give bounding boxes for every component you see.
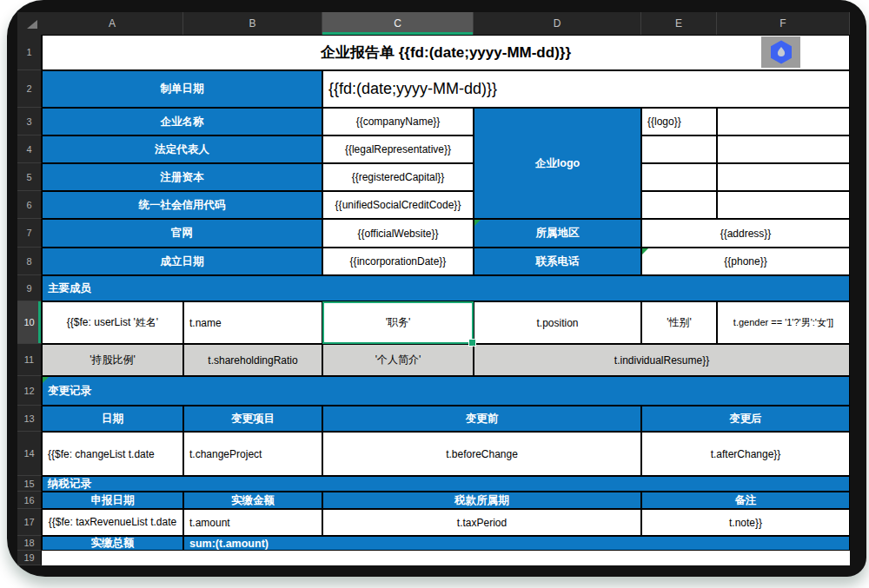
cell-tax-header-note[interactable]: 备注 <box>641 492 850 509</box>
cell-f3-empty[interactable] <box>717 108 850 135</box>
cell-members-ratio-label[interactable]: '持股比例' <box>42 344 183 376</box>
cell-legal-value[interactable]: {{legalRepresentative}} <box>322 135 474 163</box>
cell-tax-total-label[interactable]: 实缴总额 <box>42 536 183 551</box>
changes-title-text: 变更记录 <box>48 384 91 399</box>
cell-company-value[interactable]: {{companyName}} <box>322 108 474 135</box>
cell-members-name[interactable]: t.name <box>183 301 322 344</box>
cell-tax-header-date[interactable]: 申报日期 <box>42 492 183 509</box>
cell-tax-header-period[interactable]: 税款所属期 <box>322 492 641 509</box>
comment-indicator <box>474 220 481 226</box>
cell-founded-value[interactable]: {{incorporationDate}} <box>322 248 474 275</box>
column-header-e[interactable]: E <box>641 12 717 35</box>
cell-changes-after[interactable]: t.afterChange}} <box>641 432 850 476</box>
row-header-13[interactable]: 13 <box>17 406 42 432</box>
cell-members-fe[interactable]: {{$fe: userList '姓名' <box>42 301 183 344</box>
column-header-d[interactable]: D <box>474 12 641 35</box>
cell-title[interactable]: 企业报告单 {{fd:(date;yyyy-MM-dd)}} <box>42 35 850 70</box>
cell-tax-header-amount[interactable]: 实缴金额 <box>183 492 322 509</box>
cell-f5-empty[interactable] <box>717 163 850 191</box>
select-all-corner[interactable] <box>17 12 42 35</box>
cell-logo-label[interactable]: 企业logo <box>474 108 641 219</box>
cell-members-resume-label[interactable]: '个人简介' <box>322 344 474 376</box>
report-title: 企业报告单 {{fd:(date;yyyy-MM-dd)}} <box>321 43 571 63</box>
window-frame: A B C D E F 1 2 3 4 5 6 7 8 9 10 11 12 1… <box>7 0 866 577</box>
section-members[interactable]: 主要成员 <box>42 275 850 301</box>
row-header-9[interactable]: 9 <box>17 275 42 301</box>
cell-tax-period[interactable]: t.taxPeriod <box>322 509 641 536</box>
cell-changes-fe[interactable]: {{$fe: changeList t.date <box>42 432 183 476</box>
row-header-6[interactable]: 6 <box>17 191 42 219</box>
cell-logo-value[interactable]: {{logo}} <box>641 108 717 135</box>
section-tax[interactable]: 纳税记录 <box>42 476 850 492</box>
cell-region-label[interactable]: 所属地区 <box>474 219 641 248</box>
cell-region-value[interactable]: {{address}} <box>641 219 850 248</box>
column-header-f[interactable]: F <box>717 12 850 35</box>
cell-website-label[interactable]: 官网 <box>42 219 322 248</box>
row-header-5[interactable]: 5 <box>17 163 42 191</box>
cell-members-resume[interactable]: t.individualResume}} <box>474 344 850 376</box>
cell-changes-header-before[interactable]: 变更前 <box>322 406 641 432</box>
row-header-18[interactable]: 18 <box>17 536 42 551</box>
row-header-3[interactable]: 3 <box>17 108 42 135</box>
cell-website-value[interactable]: {{officialWebsite}} <box>322 219 474 248</box>
cell-members-gender-expr[interactable]: t.gender == '1'?'男':'女']] <box>717 301 850 344</box>
cell-legal-label[interactable]: 法定代表人 <box>42 135 322 163</box>
cell-e5-empty[interactable] <box>641 163 717 191</box>
column-header-b[interactable]: B <box>183 12 322 35</box>
cell-date-value[interactable]: {{fd:(date;yyyy-MM-dd)}} <box>322 70 850 108</box>
row-header-19[interactable]: 19 <box>17 551 42 565</box>
cell-company-label[interactable]: 企业名称 <box>42 108 322 135</box>
comment-indicator <box>43 377 49 383</box>
row-header-7[interactable]: 7 <box>17 219 42 248</box>
company-logo-image[interactable] <box>761 36 800 68</box>
cell-capital-label[interactable]: 注册资本 <box>42 163 322 191</box>
fill-handle[interactable] <box>468 339 476 347</box>
row-header-1[interactable]: 1 <box>17 35 42 70</box>
cell-founded-label[interactable]: 成立日期 <box>42 248 322 275</box>
cell-changes-header-after[interactable]: 变更后 <box>641 406 850 432</box>
cell-e6-empty[interactable] <box>641 191 717 219</box>
cell-changes-before[interactable]: t.beforeChange <box>322 432 641 476</box>
cell-capital-value[interactable]: {{registeredCapital}} <box>322 163 474 191</box>
row-header-16[interactable]: 16 <box>17 492 42 509</box>
row-header-17[interactable]: 17 <box>17 509 42 536</box>
hexagon-drop-icon <box>768 39 794 65</box>
row-header-11[interactable]: 11 <box>17 344 42 376</box>
cell-changes-header-date[interactable]: 日期 <box>42 406 183 432</box>
phone-value-text: {{phone}} <box>724 255 766 268</box>
cell-members-position[interactable]: t.position <box>474 301 641 344</box>
spreadsheet: A B C D E F 1 2 3 4 5 6 7 8 9 10 11 12 1… <box>17 12 850 565</box>
cell-members-position-label-selected[interactable]: '职务' <box>322 301 474 344</box>
row-header-4[interactable]: 4 <box>17 135 42 163</box>
cell-credit-value[interactable]: {{unifiedSocialCreditCode}} <box>322 191 474 219</box>
cell-changes-project[interactable]: t.changeProject <box>183 432 322 476</box>
column-header-c-selected[interactable]: C <box>322 12 474 35</box>
cell-phone-label[interactable]: 联系电话 <box>474 248 641 275</box>
row-header-10-selected[interactable]: 10 <box>17 301 42 344</box>
cell-phone-value[interactable]: {{phone}} <box>641 248 850 275</box>
cell-e4-empty[interactable] <box>641 135 717 163</box>
cell-f4-empty[interactable] <box>717 135 850 163</box>
cell-tax-amount[interactable]: t.amount <box>183 509 322 536</box>
row-header-2[interactable]: 2 <box>17 70 42 108</box>
row-header-12[interactable]: 12 <box>17 376 42 406</box>
column-header-a[interactable]: A <box>42 12 183 35</box>
row-header-14[interactable]: 14 <box>17 432 42 476</box>
section-changes[interactable]: 变更记录 <box>42 376 850 406</box>
region-label-text: 所属地区 <box>536 226 580 241</box>
cell-date-label[interactable]: 制单日期 <box>42 70 322 108</box>
cell-changes-header-project[interactable]: 变更项目 <box>183 406 322 432</box>
cell-tax-note[interactable]: t.note}} <box>641 509 850 536</box>
cell-members-gender-label[interactable]: '性别' <box>641 301 717 344</box>
selected-cell-text: '职务' <box>386 315 411 330</box>
cell-tax-fe[interactable]: {{$fe: taxRevenueList t.date <box>42 509 183 536</box>
row-header-15[interactable]: 15 <box>17 476 42 492</box>
row-header-8[interactable]: 8 <box>17 248 42 275</box>
cell-f6-empty[interactable] <box>717 191 850 219</box>
cell-members-ratio[interactable]: t.shareholdingRatio <box>183 344 322 376</box>
cell-row19-empty[interactable] <box>42 551 850 565</box>
cell-credit-label[interactable]: 统一社会信用代码 <box>42 191 322 219</box>
comment-indicator <box>642 248 648 254</box>
cell-tax-total-value[interactable]: sum:(t.amount) <box>183 536 850 551</box>
